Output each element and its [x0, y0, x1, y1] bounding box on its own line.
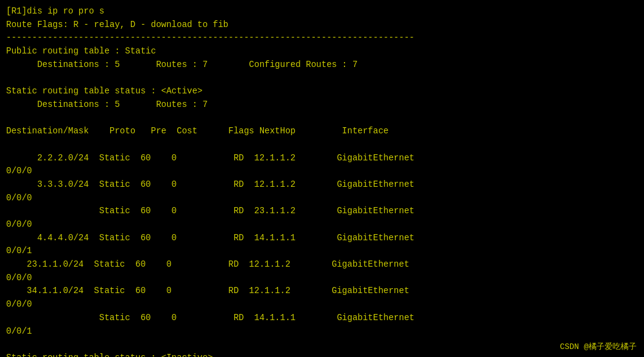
- watermark: CSDN @橘子爱吃橘子: [560, 341, 637, 352]
- inactive-status: Static routing table status : <Inactive>: [6, 351, 638, 357]
- route-4a: 4.4.4.0/24 Static 60 0 RD 14.1.1.1 Gigab…: [6, 232, 638, 245]
- route-5a: 23.1.1.0/24 Static 60 0 RD 12.1.1.2 Giga…: [6, 258, 638, 272]
- spacer-2: [6, 112, 638, 125]
- route-2a: 3.3.3.0/24 Static 60 0 RD 12.1.1.2 Gigab…: [6, 178, 638, 192]
- route-2b: 0/0/0: [6, 192, 638, 205]
- route-5b: 0/0/0: [6, 272, 638, 285]
- route-3b: 0/0/0: [6, 218, 638, 232]
- line-5: Destinations : 5 Routes : 7 Configured R…: [6, 58, 638, 72]
- route-1b: 0/0/0: [6, 165, 638, 178]
- line-4: Public routing table : Static: [6, 45, 638, 58]
- line-2: Route Flags: R - relay, D - download to …: [6, 18, 638, 32]
- spacer-4: [6, 338, 638, 351]
- terminal: [R1]dis ip ro pro s Route Flags: R - rel…: [6, 5, 638, 357]
- line-7: Static routing table status : <Active>: [6, 85, 638, 98]
- spacer-3: [6, 138, 638, 152]
- route-1a: 2.2.2.0/24 Static 60 0 RD 12.1.1.2 Gigab…: [6, 152, 638, 165]
- line-header: Destination/Mask Proto Pre Cost Flags Ne…: [6, 125, 638, 138]
- line-3: ----------------------------------------…: [6, 31, 638, 45]
- route-3a: Static 60 0 RD 23.1.1.2 GigabitEthernet: [6, 205, 638, 218]
- route-6a: 34.1.1.0/24 Static 60 0 RD 12.1.1.2 Giga…: [6, 284, 638, 298]
- route-6b: 0/0/0: [6, 298, 638, 312]
- route-7b: 0/0/1: [6, 325, 638, 339]
- spacer-1: [6, 71, 638, 85]
- line-1: [R1]dis ip ro pro s: [6, 5, 638, 18]
- line-8: Destinations : 5 Routes : 7: [6, 98, 638, 112]
- route-7a: Static 60 0 RD 14.1.1.1 GigabitEthernet: [6, 312, 638, 325]
- route-4b: 0/0/1: [6, 245, 638, 258]
